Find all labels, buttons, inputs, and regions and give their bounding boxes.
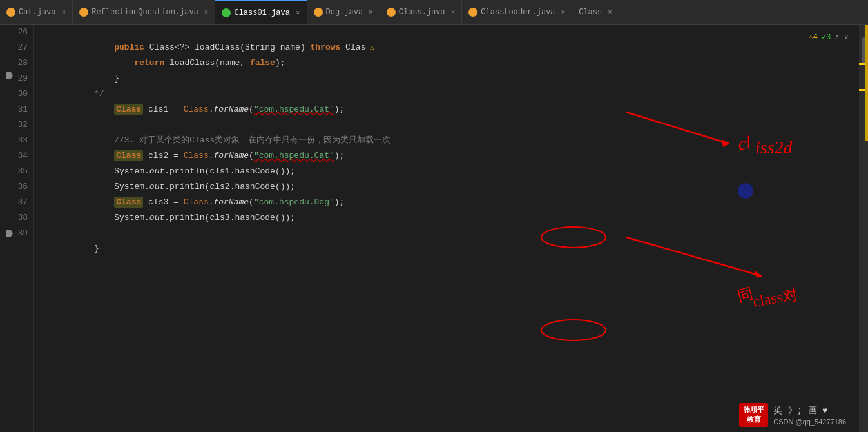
code-line-29: */ [44, 71, 859, 86]
scroll-stripe [865, 25, 868, 141]
tab-classjava[interactable]: Class.java × [380, 0, 463, 25]
line-33: 33 [5, 133, 28, 148]
code-line-36: Class cls3 = Class.forName("com.hspedu.D… [44, 179, 859, 195]
cat-tab-label: Cat.java [19, 8, 56, 17]
classjava-tab-close[interactable]: × [451, 8, 456, 16]
watermark-icons: 英 》; 画 ♥ [773, 405, 846, 417]
code-line-28: } [44, 55, 859, 71]
classloader-tab-label: ClassLoader.java [481, 8, 555, 17]
line-31: 31 [5, 102, 28, 117]
line-35: 35 [5, 164, 28, 179]
line-29: 29 [5, 71, 28, 86]
line-32: 32 [5, 117, 28, 133]
class01-tab-label: Class01.java [234, 8, 289, 17]
code-line-39: } [44, 226, 859, 241]
line-27: 27 [5, 40, 28, 55]
code-line-27: return loadClass(name, false); [44, 40, 859, 55]
line-26: 26 [5, 25, 28, 40]
class01-tab-icon [222, 8, 231, 17]
watermark-logo-line2: 教育 [743, 415, 764, 424]
tab-bar: Cat.java × ReflectionQuestion.java × Cla… [0, 0, 868, 25]
code-line-32: //3. 对于某个类的Class类对象，在内存中只有一份，因为类只加载一次 [44, 117, 859, 133]
code-line-37: System.out.println(cls3.hashCode()); [44, 195, 859, 210]
code-line-35: System.out.println(cls2.hashCode()); [44, 164, 859, 179]
reflection-tab-close[interactable]: × [204, 8, 209, 16]
dog-tab-label: Dog.java [326, 8, 363, 17]
tab-cat[interactable]: Cat.java × [0, 0, 73, 25]
tab-class[interactable]: Class × [572, 0, 619, 25]
line-34: 34 [5, 148, 28, 164]
watermark-csdn: CSDN @qq_54277186 [773, 418, 846, 426]
svg-line-5 [626, 237, 762, 276]
line-39: 39 [5, 226, 28, 241]
classjava-tab-icon [387, 8, 396, 17]
line-30: 30 [5, 86, 28, 102]
code-line-38 [44, 210, 859, 226]
classloader-tab-icon [468, 8, 477, 17]
editor: 26 27 28 29 30 31 32 33 34 35 36 37 38 3… [0, 25, 868, 432]
line-37: 37 [5, 195, 28, 210]
class-tab-close[interactable]: × [608, 8, 612, 16]
classloader-tab-close[interactable]: × [561, 8, 566, 16]
watermark-logo: 韩顺平 教育 [739, 403, 768, 427]
scrollbar[interactable] [859, 25, 868, 432]
classjava-tab-label: Class.java [399, 8, 445, 17]
tab-reflection[interactable]: ReflectionQuestion.java × [73, 0, 215, 25]
line-numbers: 26 27 28 29 30 31 32 33 34 35 36 37 38 3… [0, 25, 34, 432]
code-line-34: System.out.println(cls1.hashCode()); [44, 148, 859, 164]
dog-tab-close[interactable]: × [369, 8, 373, 16]
svg-text:同: 同 [736, 285, 755, 305]
svg-marker-6 [754, 270, 762, 278]
code-line-26: public Class<?> loadClass(String name) t… [44, 25, 859, 40]
tab-class01[interactable]: Class01.java × [215, 0, 307, 25]
cat-tab-icon [6, 8, 15, 17]
dog-tab-icon [314, 8, 323, 17]
watermark-logo-line1: 韩顺平 [743, 406, 764, 415]
code-line-33: Class cls2 = Class.forName("com.hspedu.C… [44, 133, 859, 148]
svg-point-10 [541, 320, 606, 340]
svg-text:class对: class对 [751, 286, 799, 310]
reflection-tab-icon [79, 8, 88, 17]
code-area[interactable]: ⚠4 ✓3 ∧ ∨ public Class<?> loadClass(Stri… [34, 25, 859, 432]
tab-classloader[interactable]: ClassLoader.java × [462, 0, 572, 25]
reflection-tab-label: ReflectionQuestion.java [92, 8, 198, 17]
line-38: 38 [5, 210, 28, 226]
cat-tab-close[interactable]: × [62, 8, 66, 16]
line-36: 36 [5, 179, 28, 195]
line-28: 28 [5, 55, 28, 71]
code-line-30: Class cls1 = Class.forName("com.hspedu.C… [44, 86, 859, 102]
class01-tab-close[interactable]: × [296, 9, 300, 17]
class-tab-label: Class [579, 8, 602, 17]
code-line-31 [44, 102, 859, 117]
watermark: 韩顺平 教育 英 》; 画 ♥ CSDN @qq_54277186 [739, 403, 846, 427]
tab-dog[interactable]: Dog.java × [307, 0, 380, 25]
